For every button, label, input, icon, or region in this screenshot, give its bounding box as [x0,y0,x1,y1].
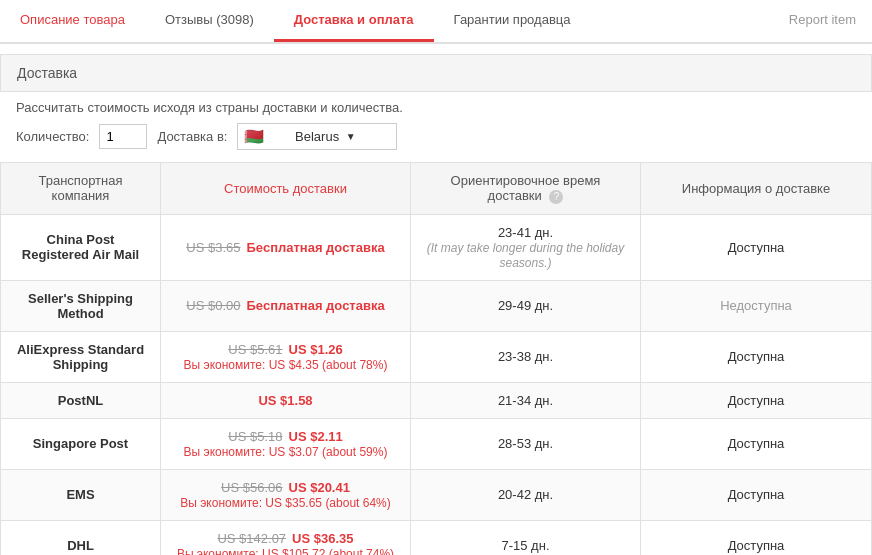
cell-time: 23-41 дн.(It may take longer during the … [411,214,641,280]
cell-status: Недоступна [641,280,872,331]
cell-cost: US $0.00Бесплатная доставка [161,280,411,331]
section-header: Доставка [0,54,872,92]
original-price: US $5.61 [228,342,282,357]
dropdown-arrow-icon: ▼ [346,131,391,142]
cell-cost: US $142.07US $36.35Вы экономите: US $105… [161,520,411,555]
status-text: Доступна [728,538,785,553]
cell-status: Доступна [641,214,872,280]
shipping-table: Транспортная компания Стоимость доставки… [0,162,872,555]
flag-icon: 🇧🇾 [244,127,289,146]
status-text: Доступна [728,349,785,364]
original-price: US $5.18 [228,429,282,444]
delivery-time: 28-53 дн. [498,436,553,451]
original-price: US $56.06 [221,480,282,495]
table-row: DHLUS $142.07US $36.35Вы экономите: US $… [1,520,872,555]
tab-description[interactable]: Описание товара [0,0,145,42]
savings-text: Вы экономите: US $105.72 (about 74%) [177,547,394,556]
original-price: US $142.07 [217,531,286,546]
table-row: EMSUS $56.06US $20.41Вы экономите: US $3… [1,469,872,520]
tab-bar: Описание товара Отзывы (3098) Доставка и… [0,0,872,44]
cell-cost: US $5.18US $2.11Вы экономите: US $3.07 (… [161,418,411,469]
section-title: Доставка [17,65,77,81]
table-row: Seller's Shipping MethodUS $0.00Бесплатн… [1,280,872,331]
price: US $1.58 [258,393,312,408]
calc-text: Рассчитать стоимость исходя из страны до… [16,100,856,115]
qty-label: Количество: [16,129,89,144]
header-cost: Стоимость доставки [161,163,411,215]
delivery-time: 29-49 дн. [498,298,553,313]
tab-guarantees[interactable]: Гарантии продавца [434,0,591,42]
country-selector[interactable]: 🇧🇾 Belarus ▼ [237,123,397,150]
cell-status: Доступна [641,469,872,520]
cell-status: Доступна [641,520,872,555]
discounted-price: US $20.41 [289,480,350,495]
cell-cost: US $56.06US $20.41Вы экономите: US $35.6… [161,469,411,520]
country-name: Belarus [295,129,340,144]
header-carrier: Транспортная компания [1,163,161,215]
discounted-price: US $1.26 [289,342,343,357]
savings-text: Вы экономите: US $4.35 (about 78%) [184,358,388,372]
status-text: Доступна [728,436,785,451]
cell-carrier: China Post Registered Air Mail [1,214,161,280]
status-text: Доступна [728,240,785,255]
cell-status: Доступна [641,331,872,382]
tab-reviews[interactable]: Отзывы (3098) [145,0,274,42]
cell-time: 23-38 дн. [411,331,641,382]
cell-status: Доступна [641,418,872,469]
cell-carrier: AliExpress Standard Shipping [1,331,161,382]
table-row: PostNLUS $1.5821-34 дн.Доступна [1,382,872,418]
time-note: (It may take longer during the holiday s… [427,241,624,270]
status-text: Недоступна [720,298,792,313]
delivery-time: 23-38 дн. [498,349,553,364]
discounted-price: US $36.35 [292,531,353,546]
header-time: Ориентировочное время доставки ? [411,163,641,215]
table-header-row: Транспортная компания Стоимость доставки… [1,163,872,215]
delivery-time: 7-15 дн. [501,538,549,553]
delivery-time: 20-42 дн. [498,487,553,502]
cell-cost: US $1.58 [161,382,411,418]
cell-time: 28-53 дн. [411,418,641,469]
table-row: China Post Registered Air MailUS $3.65Бе… [1,214,872,280]
calc-row: Рассчитать стоимость исходя из страны до… [0,92,872,160]
status-text: Доступна [728,487,785,502]
tab-shipping[interactable]: Доставка и оплата [274,0,434,42]
cell-status: Доступна [641,382,872,418]
cell-time: 7-15 дн. [411,520,641,555]
original-price: US $0.00 [186,298,240,313]
original-price: US $3.65 [186,240,240,255]
table-row: AliExpress Standard ShippingUS $5.61US $… [1,331,872,382]
help-icon[interactable]: ? [549,190,563,204]
cell-carrier: EMS [1,469,161,520]
free-shipping-label: Бесплатная доставка [247,298,385,313]
delivery-time: 21-34 дн. [498,393,553,408]
savings-text: Вы экономите: US $3.07 (about 59%) [184,445,388,459]
header-info: Информация о доставке [641,163,872,215]
cell-time: 21-34 дн. [411,382,641,418]
free-shipping-label: Бесплатная доставка [247,240,385,255]
delivery-time: 23-41 дн. [498,225,553,240]
cell-cost: US $3.65Бесплатная доставка [161,214,411,280]
table-row: Singapore PostUS $5.18US $2.11Вы экономи… [1,418,872,469]
cell-time: 20-42 дн. [411,469,641,520]
status-text: Доступна [728,393,785,408]
cell-carrier: DHL [1,520,161,555]
cell-cost: US $5.61US $1.26Вы экономите: US $4.35 (… [161,331,411,382]
cell-carrier: Singapore Post [1,418,161,469]
dest-label: Доставка в: [157,129,227,144]
report-item-link[interactable]: Report item [773,0,872,42]
cell-carrier: PostNL [1,382,161,418]
discounted-price: US $2.11 [289,429,343,444]
savings-text: Вы экономите: US $35.65 (about 64%) [180,496,391,510]
cell-time: 29-49 дн. [411,280,641,331]
cell-carrier: Seller's Shipping Method [1,280,161,331]
qty-input[interactable] [99,124,147,149]
